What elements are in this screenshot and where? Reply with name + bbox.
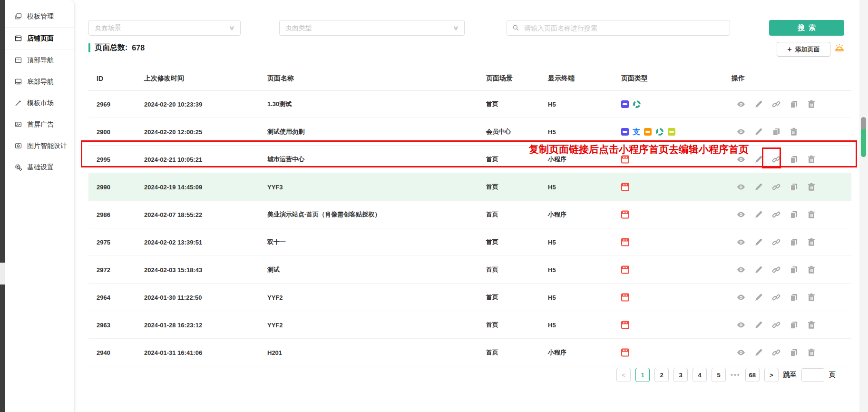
- edit-icon[interactable]: [754, 127, 763, 137]
- delete-icon[interactable]: [807, 348, 816, 357]
- page-total-value: 678: [132, 44, 145, 52]
- view-icon[interactable]: [736, 348, 746, 357]
- sidebar-item-template-management[interactable]: 模板管理: [5, 6, 74, 28]
- sidebar-item-template-market[interactable]: 模板市场: [5, 92, 74, 114]
- duplicate-icon[interactable]: [789, 320, 799, 330]
- more-pages-ellipsis[interactable]: •••: [731, 371, 741, 379]
- wechat-swirl-icon: [655, 128, 664, 136]
- edit-icon[interactable]: [754, 99, 763, 109]
- table-row[interactable]: 2963 2024-01-28 16:23:12 YYF2 首页 H5: [88, 311, 851, 339]
- sidebar-item-image-design[interactable]: 图片智能设计: [5, 135, 74, 157]
- view-icon[interactable]: [736, 182, 746, 192]
- copy-link-icon[interactable]: [771, 99, 781, 109]
- sidebar-item-bottom-nav[interactable]: 底部导航: [5, 71, 74, 92]
- copy-link-icon[interactable]: [771, 182, 781, 192]
- scrollbar-thumb-green[interactable]: [861, 129, 866, 157]
- search-input[interactable]: [523, 24, 724, 32]
- col-header-terminal: 显示终端: [548, 74, 575, 83]
- duplicate-icon[interactable]: [789, 99, 799, 109]
- cell-modified: 2024-01-28 16:23:12: [144, 321, 202, 328]
- page-button-last[interactable]: 68: [745, 368, 760, 382]
- page-button-3[interactable]: 3: [673, 368, 688, 382]
- delete-icon[interactable]: [807, 99, 816, 109]
- edit-icon[interactable]: [754, 210, 763, 219]
- delete-icon[interactable]: [807, 265, 816, 275]
- cell-page-type: [621, 100, 641, 108]
- view-icon[interactable]: [736, 155, 746, 164]
- table-row[interactable]: 2969 2024-02-20 10:23:39 1.30测试 首页 H5: [88, 90, 851, 118]
- sidebar-item-shop-pages[interactable]: 店铺页面: [5, 28, 74, 49]
- cell-name: 测试使用勿删: [267, 128, 304, 136]
- delete-icon[interactable]: [807, 155, 816, 164]
- sidebar-item-basic-settings[interactable]: 基础设置: [5, 157, 74, 178]
- jump-page-input[interactable]: [801, 368, 824, 382]
- duplicate-icon[interactable]: [789, 348, 799, 357]
- cell-terminal: H5: [548, 321, 556, 328]
- view-icon[interactable]: [736, 265, 746, 275]
- page-button-2[interactable]: 2: [654, 368, 669, 382]
- sidebar-item-top-nav[interactable]: 顶部导航: [5, 49, 74, 71]
- duplicate-icon[interactable]: [789, 182, 799, 192]
- view-icon[interactable]: [736, 320, 746, 330]
- table-row-annotated[interactable]: 2995 2024-02-21 10:05:21 城市运营中心 首页 小程序: [88, 146, 851, 173]
- duplicate-icon[interactable]: [789, 293, 799, 302]
- duplicate-icon[interactable]: [771, 127, 781, 137]
- prev-page-button[interactable]: <: [616, 368, 631, 382]
- edit-icon[interactable]: [754, 265, 763, 275]
- page-type-select[interactable]: 页面类型 ∨: [279, 20, 465, 36]
- next-page-button[interactable]: >: [764, 368, 779, 382]
- search-button[interactable]: 搜索: [769, 20, 844, 36]
- edit-icon[interactable]: [754, 348, 763, 357]
- table-row[interactable]: 2975 2024-02-02 13:39:51 双十一 首页 H5: [88, 228, 851, 256]
- table-row[interactable]: 2972 2024-02-03 15:18:43 测试 首页 H5: [88, 256, 851, 284]
- delete-icon[interactable]: [807, 293, 816, 302]
- delete-icon[interactable]: [789, 127, 799, 137]
- settings-icon: [14, 163, 22, 171]
- delete-icon[interactable]: [807, 320, 816, 330]
- duplicate-icon[interactable]: [789, 155, 799, 164]
- edit-icon[interactable]: [754, 237, 763, 247]
- copy-link-icon[interactable]: [771, 237, 781, 247]
- scrollbar-track[interactable]: [859, 0, 868, 412]
- view-icon[interactable]: [736, 210, 746, 219]
- rail-scroll-indicator[interactable]: [0, 263, 5, 284]
- view-icon[interactable]: [736, 237, 746, 247]
- duplicate-icon[interactable]: [789, 237, 799, 247]
- cell-scene: 会员中心: [486, 128, 511, 136]
- page-red-icon: [621, 265, 629, 274]
- table-row-highlighted[interactable]: 2990 2024-02-19 14:45:09 YYF3 首页 H5: [88, 173, 851, 201]
- page-scene-select[interactable]: 页面场景 ∨: [88, 20, 241, 36]
- edit-icon[interactable]: [754, 293, 763, 302]
- duplicate-icon[interactable]: [789, 265, 799, 275]
- delete-icon[interactable]: [807, 182, 816, 192]
- cell-scene: 首页: [486, 238, 498, 246]
- copy-link-icon[interactable]: [771, 265, 781, 275]
- copy-link-icon[interactable]: [771, 348, 781, 357]
- add-page-button[interactable]: + 添加页面: [777, 42, 830, 57]
- copy-link-icon[interactable]: [771, 320, 781, 330]
- sidebar-item-label: 模板管理: [27, 12, 54, 21]
- table-row[interactable]: 2900 2024-02-20 12:00:25 测试使用勿删 会员中心 H5 …: [88, 118, 851, 146]
- page-button-1[interactable]: 1: [635, 368, 650, 382]
- delete-icon[interactable]: [807, 237, 816, 247]
- view-icon[interactable]: [736, 127, 746, 137]
- cell-page-type: [621, 293, 629, 301]
- edit-icon[interactable]: [754, 155, 763, 164]
- duplicate-icon[interactable]: [789, 210, 799, 219]
- page-button-4[interactable]: 4: [692, 368, 707, 382]
- table-row[interactable]: 2964 2024-01-30 11:22:50 YYF2 首页 H5: [88, 284, 851, 311]
- sidebar-item-splash-ad[interactable]: 首屏广告: [5, 114, 74, 135]
- siren-icon[interactable]: [834, 42, 845, 54]
- view-icon[interactable]: [736, 293, 746, 302]
- table-row[interactable]: 2986 2024-02-07 18:55:22 美业演示站点-首页（肖像需创客…: [88, 201, 851, 228]
- copy-link-icon[interactable]: [771, 210, 781, 219]
- table-row[interactable]: 2940 2024-01-31 16:41:06 H201 首页 小程序: [88, 339, 851, 366]
- delete-icon[interactable]: [807, 210, 816, 219]
- copy-link-icon[interactable]: [771, 293, 781, 302]
- copy-link-icon[interactable]: [771, 155, 781, 164]
- edit-icon[interactable]: [754, 320, 763, 330]
- edit-icon[interactable]: [754, 182, 763, 192]
- table-header: ID 上次修改时间 页面名称 页面场景 显示终端 页面类型 操作: [88, 67, 851, 91]
- page-button-5[interactable]: 5: [712, 368, 726, 382]
- view-icon[interactable]: [736, 99, 746, 109]
